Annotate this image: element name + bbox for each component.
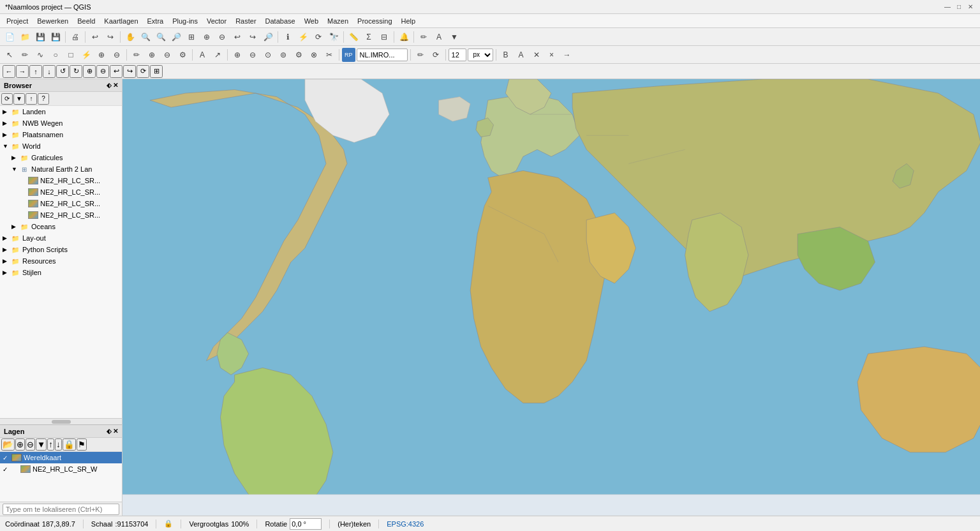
layer-checkbox[interactable]: ✓ [3, 466, 11, 473]
tree-item-ne2-1[interactable]: NE2_HR_LC_SR... [0, 175, 122, 186]
tree-item-world[interactable]: ▼ 📁 World [0, 140, 122, 152]
edit-remove-button[interactable]: ⊖ [110, 48, 124, 62]
lock-icon[interactable]: 🔒 [164, 520, 173, 528]
edit-add-button[interactable]: ⊕ [94, 48, 108, 62]
edit-pen-button[interactable]: ✏ [18, 48, 32, 62]
edit-digitize-button[interactable]: ∿ [33, 48, 47, 62]
menu-beeld[interactable]: Beeld [73, 16, 99, 26]
refresh-button[interactable]: 🔎 [261, 30, 275, 44]
menu-bewerken[interactable]: Bewerken [33, 16, 72, 26]
nav-zoom-in-btn[interactable]: ⊕ [83, 65, 96, 78]
layer-item-ne2[interactable]: ✓ NE2_HR_LC_SR_W [0, 463, 122, 475]
close-edit-btn[interactable]: ✕ [530, 48, 544, 62]
localize-input[interactable] [3, 504, 119, 515]
snap-add-button[interactable]: ⊕ [145, 48, 159, 62]
layers-open-btn[interactable]: 📂 [1, 438, 15, 451]
layers-filter-btn[interactable]: ▼ [36, 438, 47, 451]
layers-up-btn[interactable]: ↑ [47, 438, 54, 451]
edit-toggle-btn[interactable]: ✏ [413, 48, 427, 62]
tile-btn[interactable]: ⚙ [292, 48, 306, 62]
text-dropdown[interactable]: ▼ [447, 30, 461, 44]
zoom-selection-button[interactable]: ⊕ [200, 30, 214, 44]
db-btn[interactable]: ⊖ [246, 48, 260, 62]
font-size-input[interactable] [449, 49, 466, 61]
nav-ccw-btn[interactable]: ↺ [56, 65, 69, 78]
tree-item-landen[interactable]: ▶ 📁 Landen [0, 106, 122, 117]
xyz-btn[interactable]: ⊗ [307, 48, 321, 62]
layers-flag-btn[interactable]: ⚑ [77, 438, 87, 451]
menu-project[interactable]: Project [3, 16, 32, 26]
bold-btn[interactable]: B [499, 48, 513, 62]
layer-checkbox[interactable]: ✓ [3, 454, 11, 461]
redo-button[interactable]: ↪ [103, 30, 117, 44]
layers-down-btn[interactable]: ↓ [55, 438, 62, 451]
menu-extra[interactable]: Extra [144, 16, 168, 26]
new-project-button[interactable]: 📄 [3, 30, 17, 44]
pan-to-selection-button[interactable]: 🔍 [138, 30, 152, 44]
pan-button[interactable]: ✋ [123, 30, 137, 44]
browser-filter-btn[interactable]: ▼ [13, 93, 25, 105]
snap-settings-button[interactable]: ⚙ [175, 48, 189, 62]
browser-float-icon[interactable]: ⬖ [107, 82, 112, 89]
nav-cw-btn[interactable]: ↻ [70, 65, 82, 78]
minimize-button[interactable]: — [943, 3, 952, 11]
save-button[interactable]: 💾 [33, 30, 47, 44]
color-btn[interactable]: A [514, 48, 528, 62]
edit-rect-button[interactable]: □ [64, 48, 78, 62]
nav-back-btn[interactable]: ↩ [110, 65, 122, 78]
nav-up-btn[interactable]: ↑ [29, 65, 42, 78]
browser-scroll-bottom[interactable] [0, 418, 122, 424]
layers-lock-btn[interactable]: 🔒 [63, 438, 76, 451]
undo-button[interactable]: ↩ [88, 30, 102, 44]
nav-right-btn[interactable]: → [16, 65, 29, 78]
menu-kaartlagen[interactable]: Kaartlagen [100, 16, 142, 26]
tree-item-layout[interactable]: ▶ 📁 Lay-out [0, 232, 122, 244]
imro-input[interactable] [357, 49, 408, 61]
deselect-button[interactable]: ⟳ [311, 30, 325, 44]
save-as-button[interactable]: 💾 [48, 30, 63, 44]
edit-select-button[interactable]: ↖ [3, 48, 17, 62]
rotate-input[interactable] [290, 518, 322, 530]
layers-close-icon[interactable]: ✕ [113, 428, 118, 435]
layers-float-icon[interactable]: ⬖ [107, 428, 112, 435]
open-table-button[interactable]: 🔭 [327, 30, 341, 44]
edit-circle-button[interactable]: ○ [48, 48, 63, 62]
rp-badge[interactable]: RP [342, 48, 355, 62]
zoom-layer-button[interactable]: ⊖ [215, 30, 229, 44]
menu-web[interactable]: Web [301, 16, 322, 26]
epsg-label[interactable]: EPSG:4326 [387, 520, 424, 528]
x-btn[interactable]: × [545, 48, 559, 62]
layers-remove-btn[interactable]: ⊖ [26, 438, 35, 451]
browser-close-icon[interactable]: ✕ [113, 82, 118, 89]
wfs-btn[interactable]: ⊚ [276, 48, 290, 62]
tree-item-resources[interactable]: ▶ 📁 Resources [0, 255, 122, 267]
nav-refresh-btn[interactable]: ⟳ [137, 65, 149, 78]
layers-add-btn[interactable]: ⊕ [15, 438, 25, 451]
close-button[interactable]: ✕ [966, 3, 975, 11]
edit-flash-button[interactable]: ⚡ [79, 48, 93, 62]
layer-item-wereldkaart[interactable]: ✓ Wereldkaart [0, 452, 122, 463]
browser-refresh-btn[interactable]: ⟳ [1, 93, 13, 105]
font-unit-select[interactable]: px pt [468, 49, 493, 61]
map-area[interactable] [122, 79, 980, 516]
zoom-next-button[interactable]: ↪ [246, 30, 260, 44]
nav-down-btn[interactable]: ↓ [43, 65, 56, 78]
tree-item-nwb-wegen[interactable]: ▶ 📁 NWB Wegen [0, 117, 122, 129]
snap-remove-button[interactable]: ⊖ [160, 48, 174, 62]
text-button[interactable]: A [432, 30, 446, 44]
menu-database[interactable]: Database [262, 16, 299, 26]
sum-button[interactable]: Σ [362, 30, 376, 44]
open-project-button[interactable]: 📁 [18, 30, 32, 44]
refresh2-btn[interactable]: ⟳ [429, 48, 443, 62]
nav-forward-btn[interactable]: ↪ [123, 65, 136, 78]
snap-edit-button[interactable]: ✏ [130, 48, 144, 62]
menu-processing[interactable]: Processing [353, 16, 396, 26]
stats-button[interactable]: ⊟ [377, 30, 391, 44]
tree-item-graticules[interactable]: ▶ 📁 Graticules [0, 152, 122, 163]
label-btn[interactable]: A [195, 48, 209, 62]
tree-item-python[interactable]: ▶ 📁 Python Scripts [0, 244, 122, 255]
arrow-btn[interactable]: → [560, 48, 574, 62]
zoom-in-button[interactable]: 🔍 [154, 30, 168, 44]
menu-raster[interactable]: Raster [232, 16, 260, 26]
browser-collapse-btn[interactable]: ↑ [26, 93, 37, 105]
